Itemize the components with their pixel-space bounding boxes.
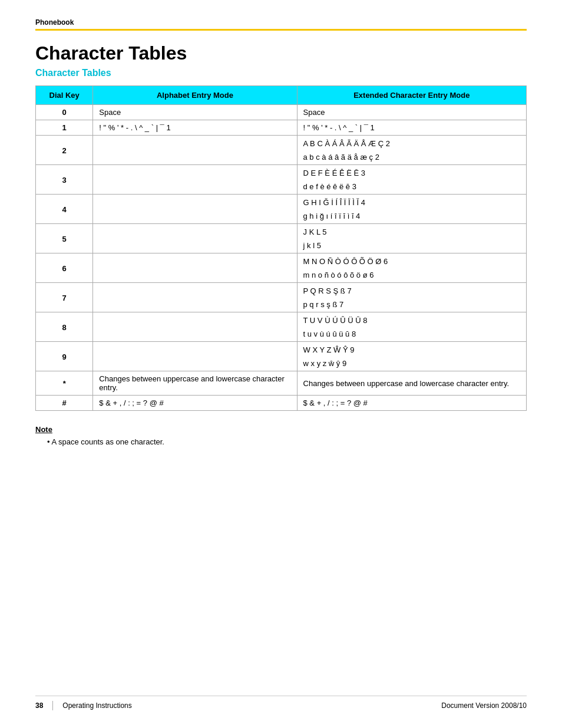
cell-ext-lower: g h i ğ ı í î ï ī ì ĭ 4 [297,209,526,224]
cell-ext-lower: d e f è é ê ë ē 3 [297,180,526,195]
footer-left: 38 Operating Instructions [35,701,132,710]
table-row-sub: t u v ù ú û ü ū 8 [36,327,527,342]
top-bar: Phonebook [35,18,527,31]
table-row: 7P Q R S Ş ß 7 [36,283,527,298]
table-row-sub: w x y z ŵ ŷ 9 [36,357,527,371]
footer-right: Document Version 2008/10 [441,701,527,710]
footer-divider [52,701,53,710]
cell-ext-upper: T U V Ù Ú Û Ü Ū 8 [297,312,526,328]
cell-dial-key: 8 [36,312,93,342]
table-row: 2A B C À Á Â Ã Ä Å Æ Ç 2 [36,136,527,151]
cell-ext-lower: t u v ù ú û ü ū 8 [297,327,526,342]
cell-alpha: Changes between uppercase and lowercase … [93,371,297,396]
note-section: Note A space counts as one character. [35,425,527,446]
table-row: 9W X Y Z Ŵ Ŷ 9 [36,342,527,357]
cell-ext-lower: a b c à á â ã ä å æ ç 2 [297,150,526,165]
cell-alpha-upper [93,312,297,328]
table-body: 0SpaceSpace1! " % ' * - . \ ^ _ ` | ¯ 1!… [36,105,527,411]
cell-alpha-upper [93,342,297,357]
cell-alpha-lower [93,357,297,371]
table-row: 8T U V Ù Ú Û Ü Ū 8 [36,312,527,328]
cell-ext-upper: P Q R S Ş ß 7 [297,283,526,298]
cell-ext-lower: p q r s ş ß 7 [297,298,526,312]
cell-alpha-lower [93,327,297,342]
footer-page-number: 38 [35,701,43,710]
cell-ext-upper: W X Y Z Ŵ Ŷ 9 [297,342,526,357]
cell-ext: Changes between uppercase and lowercase … [297,371,526,396]
table-row: *Changes between uppercase and lowercase… [36,371,527,396]
top-bar-label: Phonebook [35,18,74,27]
cell-ext: $ & + , / : ; = ? @ # [297,396,526,411]
cell-dial-key: 7 [36,283,93,312]
cell-ext-upper: A B C À Á Â Ã Ä Å Æ Ç 2 [297,136,526,151]
cell-dial-key: # [36,396,93,411]
note-title: Note [35,425,527,434]
note-list: A space counts as one character. [35,437,527,446]
cell-dial-key: * [36,371,93,396]
cell-alpha: ! " % ' * - . \ ^ _ ` | ¯ 1 [93,120,297,136]
cell-dial-key: 5 [36,224,93,253]
cell-alpha-upper [93,195,297,210]
note-item: A space counts as one character. [47,437,527,446]
page: Phonebook Character Tables Character Tab… [0,0,562,728]
cell-ext: Space [297,105,526,120]
table-row-sub: p q r s ş ß 7 [36,298,527,312]
cell-alpha-upper [93,253,297,269]
cell-alpha: $ & + , / : ; = ? @ # [93,396,297,411]
cell-alpha-upper [93,136,297,151]
cell-ext-lower: m n o ñ ò ó ô õ ö ø 6 [297,268,526,283]
footer: 38 Operating Instructions Document Versi… [35,696,527,710]
table-row: #$ & + , / : ; = ? @ #$ & + , / : ; = ? … [36,396,527,411]
table-row: 3D E F È É Ê Ë Ē 3 [36,165,527,180]
cell-dial-key: 9 [36,342,93,371]
cell-ext-lower: j k l 5 [297,239,526,253]
page-title: Character Tables [35,42,527,64]
cell-ext-upper: J K L 5 [297,224,526,239]
cell-alpha-lower [93,268,297,283]
footer-label: Operating Instructions [62,701,131,710]
cell-ext: ! " % ' * - . \ ^ _ ` | ¯ 1 [297,120,526,136]
cell-alpha-lower [93,239,297,253]
cell-alpha-lower [93,209,297,224]
table-header-row: Dial Key Alphabet Entry Mode Extended Ch… [36,86,527,105]
cell-alpha-upper [93,224,297,239]
cell-alpha-lower [93,150,297,165]
table-row: 1! " % ' * - . \ ^ _ ` | ¯ 1! " % ' * - … [36,120,527,136]
cell-alpha: Space [93,105,297,120]
header-alpha-mode: Alphabet Entry Mode [93,86,297,105]
table-row: 6M N O Ñ Ò Ó Ô Õ Ö Ø 6 [36,253,527,269]
character-table: Dial Key Alphabet Entry Mode Extended Ch… [35,85,527,411]
cell-dial-key: 2 [36,136,93,165]
cell-dial-key: 3 [36,165,93,195]
cell-ext-upper: M N O Ñ Ò Ó Ô Õ Ö Ø 6 [297,253,526,269]
table-row-sub: m n o ñ ò ó ô õ ö ø 6 [36,268,527,283]
cell-ext-upper: G H I Ğ İ Í Î Ï Ī Ì Ĭ 4 [297,195,526,210]
cell-dial-key: 0 [36,105,93,120]
table-row-sub: g h i ğ ı í î ï ī ì ĭ 4 [36,209,527,224]
cell-alpha-upper [93,165,297,180]
cell-dial-key: 1 [36,120,93,136]
table-row-sub: d e f è é ê ë ē 3 [36,180,527,195]
table-row-sub: a b c à á â ã ä å æ ç 2 [36,150,527,165]
header-dial-key: Dial Key [36,86,93,105]
header-ext-mode: Extended Character Entry Mode [297,86,526,105]
table-row: 4G H I Ğ İ Í Î Ï Ī Ì Ĭ 4 [36,195,527,210]
cell-dial-key: 6 [36,253,93,283]
cell-alpha-lower [93,298,297,312]
section-title: Character Tables [35,68,527,78]
cell-alpha-lower [93,180,297,195]
table-row: 5J K L 5 [36,224,527,239]
cell-dial-key: 4 [36,195,93,224]
cell-alpha-upper [93,283,297,298]
table-row-sub: j k l 5 [36,239,527,253]
cell-ext-upper: D E F È É Ê Ë Ē 3 [297,165,526,180]
table-row: 0SpaceSpace [36,105,527,120]
cell-ext-lower: w x y z ŵ ŷ 9 [297,357,526,371]
